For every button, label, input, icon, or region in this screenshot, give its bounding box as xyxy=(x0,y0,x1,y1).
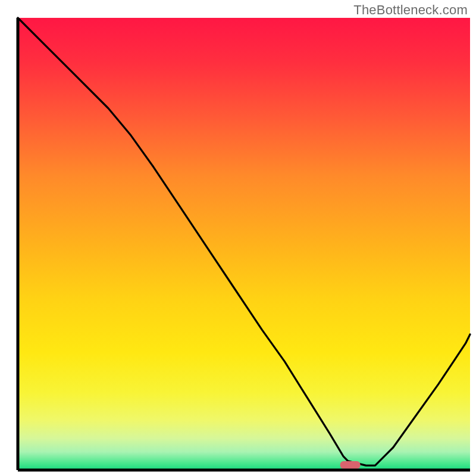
watermark-text: TheBottleneck.com xyxy=(353,2,468,18)
chart-container: TheBottleneck.com xyxy=(0,0,476,476)
bottleneck-chart xyxy=(0,0,476,476)
optimal-marker xyxy=(340,461,361,469)
